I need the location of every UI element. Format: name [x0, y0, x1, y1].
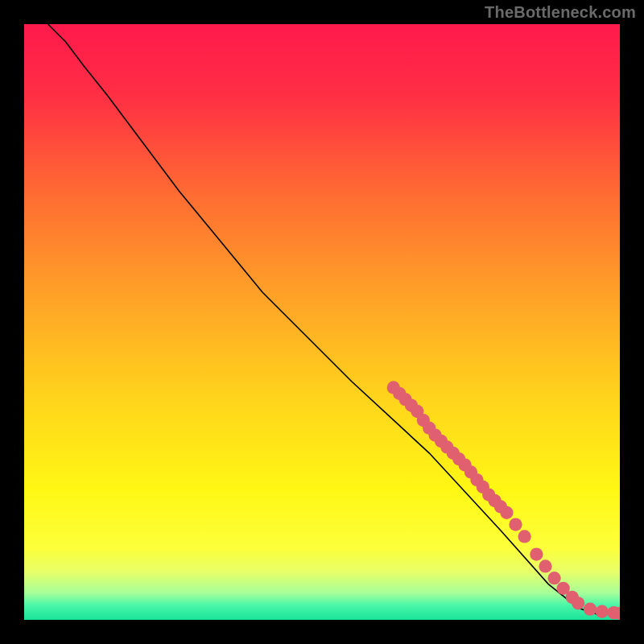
data-point — [584, 603, 597, 616]
data-point — [572, 597, 584, 609]
data-point — [539, 559, 551, 572]
data-point — [596, 605, 609, 618]
plot-area — [24, 24, 620, 620]
data-point — [547, 572, 560, 584]
watermark-text: TheBottleneck.com — [485, 3, 636, 22]
data-point — [509, 518, 522, 530]
chart-background — [24, 24, 620, 620]
chart-frame: TheBottleneck.com — [0, 0, 644, 644]
data-point — [530, 547, 543, 560]
chart-svg — [24, 24, 620, 620]
data-point — [500, 506, 513, 519]
data-point — [518, 530, 530, 543]
